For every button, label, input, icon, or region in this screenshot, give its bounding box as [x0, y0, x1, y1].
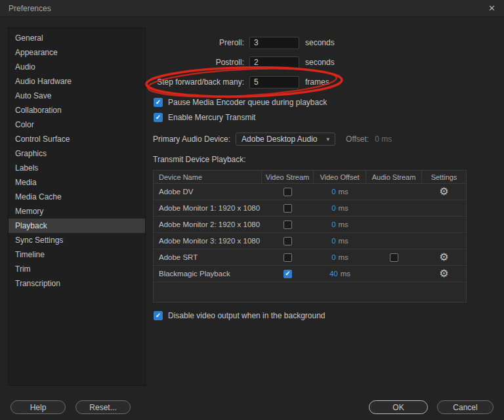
footer: Help Reset... OK Cancel	[10, 400, 494, 414]
cancel-button[interactable]: Cancel	[437, 400, 494, 414]
sidebar-item-graphics[interactable]: Graphics	[9, 146, 145, 161]
check-icon: ✓	[285, 270, 290, 277]
step-forward-back-row: Step forward/back many: frames	[151, 75, 499, 89]
postroll-unit: seconds	[305, 58, 335, 67]
postroll-input[interactable]	[249, 56, 299, 69]
check-icon: ✓	[156, 312, 161, 319]
sidebar-item-general[interactable]: General	[9, 31, 145, 45]
audio-stream-checkbox[interactable]: ✓	[390, 253, 398, 262]
device-name-cell: Adobe Monitor 2: 1920 x 1080	[154, 217, 262, 232]
col-settings: Settings	[422, 171, 466, 183]
preroll-unit: seconds	[305, 38, 335, 47]
audio-offset-value: 0 ms	[375, 135, 392, 144]
table-row: Adobe Monitor 3: 1920 x 1080 ✓ 0ms ✓ ⚙	[154, 233, 466, 249]
col-video-offset: Video Offset	[314, 171, 366, 183]
table-header: Device Name Video Stream Video Offset Au…	[154, 171, 466, 184]
help-button[interactable]: Help	[10, 400, 66, 414]
video-stream-checkbox[interactable]: ✓	[284, 204, 292, 213]
sidebar: General Appearance Audio Audio Hardware …	[8, 28, 146, 386]
video-offset-unit: ms	[339, 204, 348, 212]
col-device-name: Device Name	[154, 171, 262, 183]
video-stream-checkbox[interactable]: ✓	[284, 188, 292, 196]
video-offset-value[interactable]: 0	[331, 253, 335, 261]
close-icon[interactable]: ✕	[488, 4, 495, 12]
audio-device-selected-value: Adobe Desktop Audio	[242, 135, 317, 144]
video-stream-checkbox[interactable]: ✓	[284, 253, 292, 262]
preroll-input[interactable]	[249, 37, 299, 49]
transmit-device-playback-title: Transmit Device Playback:	[153, 155, 499, 164]
sidebar-item-transcription[interactable]: Transcription	[9, 276, 145, 291]
sidebar-item-sync-settings[interactable]: Sync Settings	[9, 233, 145, 247]
step-forward-back-unit: frames	[305, 77, 329, 87]
playback-settings-panel: Preroll: seconds Postroll: seconds Step …	[151, 28, 499, 323]
sidebar-item-control-surface[interactable]: Control Surface	[9, 132, 145, 146]
device-name-cell: Adobe SRT	[154, 249, 262, 265]
sidebar-item-media-cache[interactable]: Media Cache	[9, 190, 145, 204]
video-offset-value[interactable]: 0	[331, 204, 335, 212]
sidebar-item-labels[interactable]: Labels	[9, 161, 145, 175]
mercury-transmit-label: Enable Mercury Transmit	[168, 113, 255, 122]
col-video-stream: Video Stream	[262, 171, 314, 183]
sidebar-item-playback[interactable]: Playback	[9, 219, 145, 233]
device-name-cell: Adobe DV	[154, 184, 262, 200]
device-name-cell: Blackmagic Playback	[154, 266, 262, 282]
reset-button[interactable]: Reset...	[75, 400, 131, 414]
sidebar-item-appearance[interactable]: Appearance	[9, 45, 145, 60]
sidebar-item-collaboration[interactable]: Collaboration	[9, 103, 145, 117]
check-icon: ✓	[156, 114, 161, 121]
device-name-cell: Adobe Monitor 3: 1920 x 1080	[154, 233, 262, 249]
table-row: Adobe DV ✓ 0ms ✓ ⚙	[154, 184, 466, 200]
video-stream-checkbox[interactable]: ✓	[284, 237, 292, 245]
pause-encoder-checkbox[interactable]: ✓	[154, 98, 163, 107]
chevron-down-icon: ▾	[327, 136, 330, 142]
sidebar-item-trim[interactable]: Trim	[9, 262, 145, 276]
audio-offset-label: Offset:	[346, 135, 369, 144]
ok-button[interactable]: OK	[369, 400, 428, 414]
video-offset-value[interactable]: 0	[331, 188, 335, 196]
postroll-label: Postroll:	[151, 58, 244, 67]
settings-gear-icon[interactable]: ⚙	[439, 186, 448, 197]
sidebar-item-memory[interactable]: Memory	[9, 204, 145, 219]
video-offset-unit: ms	[339, 253, 348, 261]
table-row: Adobe SRT ✓ 0ms ✓ ⚙	[154, 249, 466, 266]
video-stream-checkbox[interactable]: ✓	[284, 220, 292, 229]
col-audio-stream: Audio Stream	[366, 171, 422, 183]
settings-gear-icon[interactable]: ⚙	[439, 252, 448, 262]
video-stream-checkbox[interactable]: ✓	[284, 270, 292, 278]
video-offset-value[interactable]: 40	[329, 270, 338, 278]
disable-video-output-row: ✓ Disable video output when in the backg…	[154, 308, 499, 323]
preroll-row: Preroll: seconds	[151, 35, 499, 50]
disable-video-output-checkbox[interactable]: ✓	[154, 311, 163, 320]
sidebar-item-media[interactable]: Media	[9, 175, 145, 190]
settings-gear-icon[interactable]: ⚙	[439, 268, 448, 279]
table-row: Adobe Monitor 1: 1920 x 1080 ✓ 0ms ✓ ⚙	[154, 200, 466, 217]
video-offset-unit: ms	[341, 270, 350, 278]
preroll-label: Preroll:	[151, 38, 244, 47]
transmit-device-table: Device Name Video Stream Video Offset Au…	[153, 170, 467, 303]
pause-encoder-row: ✓ Pause Media Encoder queue during playb…	[154, 94, 499, 110]
audio-device-dropdown[interactable]: Adobe Desktop Audio ▾	[236, 133, 335, 146]
video-offset-value[interactable]: 0	[331, 237, 335, 245]
sidebar-item-audio[interactable]: Audio	[9, 60, 145, 74]
table-row: Adobe Monitor 2: 1920 x 1080 ✓ 0ms ✓ ⚙	[154, 217, 466, 233]
sidebar-item-auto-save[interactable]: Auto Save	[9, 89, 145, 103]
mercury-transmit-checkbox[interactable]: ✓	[154, 113, 163, 122]
device-name-cell: Adobe Monitor 1: 1920 x 1080	[154, 200, 262, 216]
postroll-row: Postroll: seconds	[151, 55, 499, 70]
mercury-transmit-row: ✓ Enable Mercury Transmit	[154, 110, 499, 125]
titlebar: Preferences ✕	[0, 0, 504, 17]
step-forward-back-input[interactable]	[249, 76, 299, 89]
video-offset-value[interactable]: 0	[331, 220, 335, 228]
video-offset-unit: ms	[339, 188, 348, 196]
video-offset-unit: ms	[339, 237, 348, 245]
disable-video-output-label: Disable video output when in the backgro…	[168, 311, 326, 320]
sidebar-item-color[interactable]: Color	[9, 117, 145, 132]
window-title: Preferences	[9, 4, 51, 13]
table-row: Blackmagic Playback ✓ 40ms ✓ ⚙	[154, 266, 466, 282]
step-forward-back-label: Step forward/back many:	[151, 77, 244, 87]
sidebar-item-timeline[interactable]: Timeline	[9, 247, 145, 262]
video-offset-unit: ms	[339, 220, 348, 228]
sidebar-item-audio-hardware[interactable]: Audio Hardware	[9, 74, 145, 89]
check-icon: ✓	[156, 99, 161, 106]
primary-audio-device-label: Primary Audio Device:	[153, 135, 230, 144]
